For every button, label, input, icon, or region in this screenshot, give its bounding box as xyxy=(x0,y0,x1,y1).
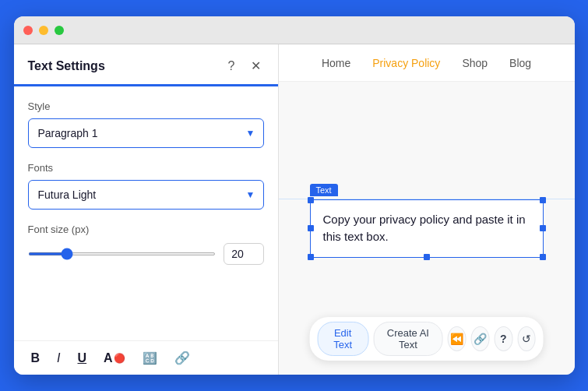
text-color-button[interactable]: A 🔴 xyxy=(100,350,129,367)
handle-bottom-right[interactable] xyxy=(540,254,546,260)
nav-home[interactable]: Home xyxy=(322,57,350,69)
fonts-label: Fonts xyxy=(28,162,264,174)
font-size-field-group: Font size (px) 20 xyxy=(28,224,264,265)
italic-icon: I xyxy=(57,351,60,365)
format-bar: B I U A 🔴 🔠 🔗 xyxy=(14,340,278,375)
chain-link-icon: 🔗 xyxy=(474,333,487,345)
font-size-label: Font size (px) xyxy=(28,224,264,235)
panel-title: Text Settings xyxy=(28,59,105,73)
fonts-select[interactable]: Futura Light Arial Georgia Helvetica xyxy=(29,181,263,209)
color-drop-icon: 🔴 xyxy=(114,353,125,364)
highlight-icon: 🔠 xyxy=(143,351,157,365)
close-button[interactable]: ✕ xyxy=(248,57,264,75)
text-content: Copy your privacy policy and paste it in… xyxy=(323,213,526,244)
text-block-container: Text Copy your privacy policy and paste … xyxy=(310,199,544,258)
fonts-select-wrapper: Futura Light Arial Georgia Helvetica ▼ xyxy=(28,180,264,210)
question-mark-icon: ? xyxy=(500,333,507,345)
handle-top-right[interactable] xyxy=(540,197,546,203)
maximize-dot[interactable] xyxy=(55,26,64,35)
text-block[interactable]: Copy your privacy policy and paste it in… xyxy=(310,199,544,258)
font-size-input-wrapper: 20 xyxy=(224,243,264,265)
fonts-field-group: Fonts Futura Light Arial Georgia Helveti… xyxy=(28,162,264,210)
bold-icon: B xyxy=(31,351,40,365)
bold-button[interactable]: B xyxy=(28,350,44,367)
italic-button[interactable]: I xyxy=(54,350,63,367)
canvas-toolbar: Edit Text Create AI Text ⏪ 🔗 ? ↺ xyxy=(309,317,544,361)
style-label: Style xyxy=(28,100,264,112)
text-color-icon: A xyxy=(104,351,113,365)
link-icon: 🔗 xyxy=(174,350,190,365)
text-type-badge: Text xyxy=(310,184,338,196)
panel-body: Style Paragraph 1 Paragraph 2 Heading 1 … xyxy=(14,86,278,340)
handle-bottom-mid[interactable] xyxy=(424,254,430,260)
nav-shop[interactable]: Shop xyxy=(462,57,488,69)
minimize-dot[interactable] xyxy=(39,26,48,35)
underline-icon: U xyxy=(78,351,87,365)
close-dot[interactable] xyxy=(23,26,33,35)
help-button[interactable]: ? xyxy=(225,58,238,75)
panel-header: Text Settings ? ✕ xyxy=(14,44,278,86)
style-field-group: Style Paragraph 1 Paragraph 2 Heading 1 … xyxy=(28,100,264,148)
panel-header-icons: ? ✕ xyxy=(225,57,264,75)
font-size-input[interactable]: 20 xyxy=(231,248,257,260)
nav-bar: Home Privacy Policy Shop Blog xyxy=(279,44,575,82)
highlight-button[interactable]: 🔠 xyxy=(139,350,160,367)
edit-text-button[interactable]: Edit Text xyxy=(317,322,368,356)
handle-left-mid[interactable] xyxy=(308,225,314,231)
underline-button[interactable]: U xyxy=(75,350,90,367)
link-button[interactable]: 🔗 xyxy=(171,349,193,367)
question-icon-button[interactable]: ? xyxy=(494,326,512,351)
back-icon-button[interactable]: ⏪ xyxy=(448,326,467,351)
nav-blog[interactable]: Blog xyxy=(509,57,531,69)
right-panel: Home Privacy Policy Shop Blog Text xyxy=(279,44,575,375)
link-icon-button[interactable]: 🔗 xyxy=(470,326,489,351)
slider-row: 20 xyxy=(28,243,264,265)
settings-icon-button[interactable]: ↺ xyxy=(517,326,536,351)
titlebar xyxy=(14,16,575,44)
swirl-icon: ↺ xyxy=(522,333,531,345)
back-icon: ⏪ xyxy=(450,333,463,345)
handle-bottom-left[interactable] xyxy=(308,254,314,260)
left-panel: Text Settings ? ✕ Style Paragraph 1 Para… xyxy=(14,44,279,375)
canvas-area: Text Copy your privacy policy and paste … xyxy=(279,82,575,375)
font-size-slider[interactable] xyxy=(28,252,216,255)
window-content: Text Settings ? ✕ Style Paragraph 1 Para… xyxy=(14,44,575,375)
app-window: Text Settings ? ✕ Style Paragraph 1 Para… xyxy=(14,16,575,375)
handle-top-left[interactable] xyxy=(308,197,314,203)
style-select-wrapper: Paragraph 1 Paragraph 2 Heading 1 Headin… xyxy=(28,118,264,148)
style-select[interactable]: Paragraph 1 Paragraph 2 Heading 1 Headin… xyxy=(29,119,263,147)
handle-right-mid[interactable] xyxy=(540,225,546,231)
create-ai-text-button[interactable]: Create AI Text xyxy=(373,322,442,356)
nav-privacy-policy[interactable]: Privacy Policy xyxy=(372,57,440,69)
